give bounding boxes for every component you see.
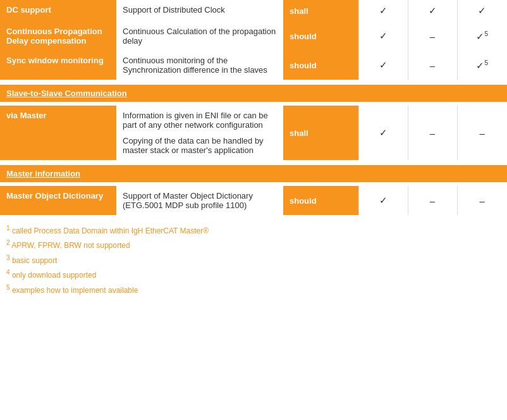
check-mark: ✓ (379, 195, 388, 206)
feature-cell: Sync window monitoring (0, 51, 116, 80)
description-line1: Information is given in ENI file or can … (123, 111, 277, 130)
table-row: DC support Support of Distributed Clock … (0, 0, 507, 22)
footnote-2: 2 APRW, FPRW, BRW not supported (6, 237, 501, 252)
requirement-cell: shall (283, 0, 358, 22)
description-cell: Information is given in ENI file or can … (116, 106, 283, 160)
check-col1: ✓ (358, 22, 408, 51)
section-header-row: Master information (0, 165, 507, 182)
check-mark: ✓ (478, 5, 486, 16)
requirement-cell: shall (283, 106, 358, 160)
check-col2: – (408, 51, 457, 80)
description-line2: Copying of the data can be handled by ma… (123, 136, 277, 155)
footnote-ref: 5 (484, 59, 488, 66)
check-mark: ✓ (476, 31, 484, 42)
footnote-text: called Process Data Domain within IgH Et… (10, 226, 209, 235)
dash-mark: – (430, 31, 435, 42)
description-cell: Continuous Calculation of the propagatio… (116, 22, 283, 51)
check-col2: – (408, 186, 457, 215)
description-cell: Continuous monitoring of the Synchroniza… (116, 51, 283, 80)
check-col3: – (457, 106, 507, 160)
footnote-3: 3 basic support (6, 252, 501, 267)
check-col3: ✓5 (457, 51, 507, 80)
spacer-row (0, 80, 507, 85)
footnote-5: 5 examples how to implement available (6, 282, 501, 297)
dash-mark: – (430, 128, 435, 139)
section-header-link[interactable]: Master information (6, 169, 80, 178)
check-mark: ✓ (379, 127, 388, 138)
check-col3: – (457, 186, 507, 215)
check-col3: ✓5 (457, 22, 507, 51)
section-header-row: Slave-to-Slave Communication (0, 85, 507, 102)
dash-mark: – (430, 195, 435, 206)
check-mark: ✓ (379, 5, 388, 16)
description-cell: Support of Master Object Dictionary (ETG… (116, 186, 283, 215)
check-col3: ✓ (457, 0, 507, 22)
feature-cell: Continuous Propagation Delay compensatio… (0, 22, 116, 51)
footnote-4: 4 only download supported (6, 267, 501, 281)
requirement-cell: should (283, 22, 358, 51)
check-col1: ✓ (358, 51, 408, 80)
footnote-1: 1 called Process Data Domain within IgH … (6, 223, 501, 237)
check-col2: ✓ (408, 0, 457, 22)
check-mark: ✓ (429, 5, 437, 16)
footnote-text: basic support (10, 256, 58, 265)
feature-cell: DC support (0, 0, 116, 22)
feature-table: DC support Support of Distributed Clock … (0, 0, 507, 215)
footnote-text: APRW, FPRW, BRW not supported (10, 241, 130, 250)
check-col1: ✓ (358, 106, 408, 160)
check-col1: ✓ (358, 186, 408, 215)
check-mark: ✓ (476, 60, 484, 71)
check-col1: ✓ (358, 0, 408, 22)
table-row: via Master Information is given in ENI f… (0, 106, 507, 160)
feature-cell: via Master (0, 106, 116, 160)
spacer-row (0, 160, 507, 165)
table-row: Continuous Propagation Delay compensatio… (0, 22, 507, 51)
check-col2: – (408, 106, 457, 160)
requirement-cell: should (283, 186, 358, 215)
section-header-link[interactable]: Slave-to-Slave Communication (6, 89, 127, 98)
feature-cell: Master Object Dictionary (0, 186, 116, 215)
dash-mark: – (480, 128, 485, 139)
dash-mark: – (430, 60, 435, 71)
requirement-cell: should (283, 51, 358, 80)
dash-mark: – (480, 195, 485, 206)
check-mark: ✓ (379, 59, 388, 70)
main-table-container: DC support Support of Distributed Clock … (0, 0, 507, 304)
description-cell: Support of Distributed Clock (116, 0, 283, 22)
footnote-ref: 5 (484, 30, 488, 37)
table-row: Sync window monitoring Continuous monito… (0, 51, 507, 80)
footnote-text: only download supported (10, 271, 97, 280)
footnotes-section: 1 called Process Data Domain within IgH … (0, 215, 507, 304)
check-mark: ✓ (379, 30, 388, 41)
check-col2: – (408, 22, 457, 51)
footnote-text: examples how to implement available (10, 286, 138, 295)
table-row: Master Object Dictionary Support of Mast… (0, 186, 507, 215)
